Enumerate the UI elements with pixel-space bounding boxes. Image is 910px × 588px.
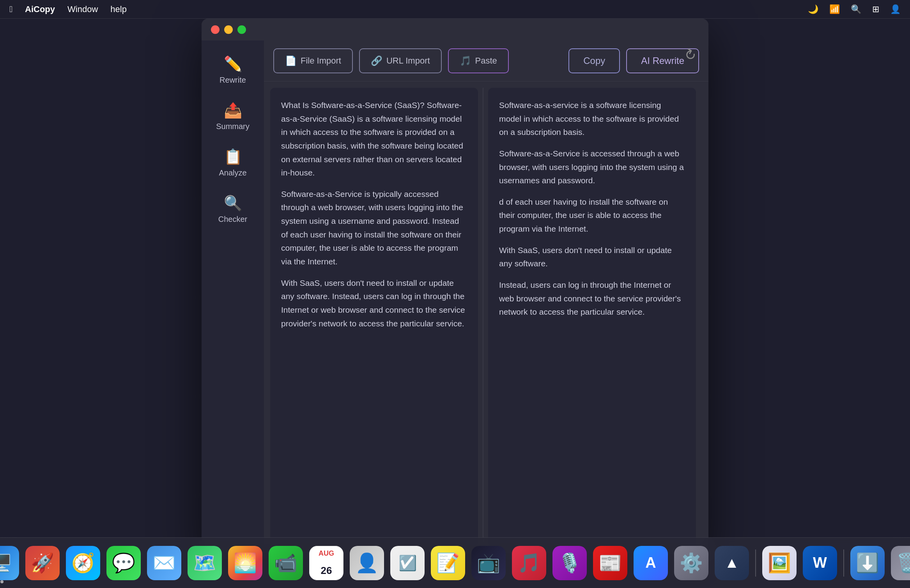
right-paragraph-2: Software-as-a-Service is accessed throug… bbox=[499, 147, 685, 188]
minimize-button[interactable] bbox=[224, 25, 233, 34]
moon-icon: 🌙 bbox=[808, 4, 818, 14]
dock-reminders[interactable]: ☑️ bbox=[390, 546, 425, 580]
left-text-panel[interactable]: What Is Software-as-a-Service (SaaS)? So… bbox=[270, 88, 478, 551]
menubar-right: 🌙 📶 🔍 ⊞ 👤 bbox=[808, 4, 901, 14]
dock-appstore[interactable]: A bbox=[634, 546, 668, 580]
safari-icon: 🧭 bbox=[71, 552, 95, 574]
sidebar-item-analyze[interactable]: 📋 Analyze bbox=[202, 142, 264, 184]
dock-facetime[interactable]: 📹 bbox=[269, 546, 303, 580]
right-paragraph-3: d of each user having to install the sof… bbox=[499, 195, 685, 236]
dock-finder[interactable]: 🖥️ bbox=[0, 546, 19, 580]
mail-icon: ✉️ bbox=[152, 552, 176, 574]
camo-icon: ▲ bbox=[724, 554, 739, 571]
sidebar-item-rewrite[interactable]: ✏️ Rewrite bbox=[202, 49, 264, 91]
apple-menu[interactable]:  bbox=[9, 4, 12, 14]
panel-divider bbox=[483, 88, 483, 551]
url-import-button[interactable]: 🔗 URL Import bbox=[359, 48, 442, 73]
notes-icon: 📝 bbox=[436, 552, 460, 574]
dock-separator bbox=[755, 549, 756, 577]
sidebar-label-checker: Checker bbox=[218, 215, 247, 224]
tv-icon: 📺 bbox=[477, 552, 500, 574]
search-icon[interactable]: 🔍 bbox=[851, 4, 861, 14]
dock-separator-2 bbox=[843, 549, 844, 577]
toolbar: 📄 File Import 🔗 URL Import 🎵 Paste Copy … bbox=[264, 41, 708, 81]
dock-webex[interactable]: W bbox=[803, 546, 837, 580]
link-icon: 🔗 bbox=[371, 55, 382, 66]
dock-downloads[interactable]: ⬇️ bbox=[850, 546, 885, 580]
dock-launchpad[interactable]: 🚀 bbox=[25, 546, 60, 580]
downloads-icon: ⬇️ bbox=[856, 552, 879, 574]
file-import-label: File Import bbox=[301, 56, 341, 66]
title-bar bbox=[202, 19, 708, 41]
podcasts-icon: 🎙️ bbox=[558, 552, 581, 574]
maximize-button[interactable] bbox=[237, 25, 246, 34]
calendar-date-label: 26 bbox=[321, 565, 332, 577]
left-paragraph-1: What Is Software-as-a-Service (SaaS)? So… bbox=[281, 99, 467, 180]
calendar-month-label: AUG bbox=[319, 549, 334, 558]
sidebar-label-summary: Summary bbox=[216, 122, 250, 131]
dock-messages[interactable]: 💬 bbox=[106, 546, 141, 580]
contacts-icon: 👤 bbox=[355, 552, 379, 574]
sidebar: ✏️ Rewrite 📤 Summary 📋 Analyze 🔍 Checker bbox=[202, 41, 264, 557]
paste-label: Paste bbox=[475, 56, 497, 66]
wifi-icon: 📶 bbox=[829, 4, 840, 14]
preview-icon: 🖼️ bbox=[768, 552, 791, 574]
copy-button[interactable]: Copy bbox=[568, 48, 620, 73]
file-icon: 📄 bbox=[285, 55, 297, 66]
dock-calendar[interactable]: AUG 26 bbox=[309, 546, 343, 580]
url-import-label: URL Import bbox=[386, 56, 430, 66]
menu-help[interactable]: help bbox=[110, 4, 127, 14]
sidebar-label-analyze: Analyze bbox=[219, 168, 246, 177]
launchpad-icon: 🚀 bbox=[31, 552, 54, 574]
right-paragraph-5: Instead, users can log in through the In… bbox=[499, 278, 685, 319]
dock-preview[interactable]: 🖼️ bbox=[762, 546, 797, 580]
webex-icon: W bbox=[813, 554, 827, 571]
dock-music[interactable]: 🎵 bbox=[512, 546, 546, 580]
paste-button[interactable]: 🎵 Paste bbox=[448, 48, 509, 73]
menubar:  AiCopy Window help 🌙 📶 🔍 ⊞ 👤 bbox=[0, 0, 910, 19]
finder-dot bbox=[0, 580, 4, 583]
dock: 🖥️ 🚀 🧭 💬 ✉️ 🗺️ 🌅 📹 AUG 26 👤 ☑️ 📝 📺 🎵 🎙️ bbox=[0, 537, 910, 588]
dock-maps[interactable]: 🗺️ bbox=[188, 546, 222, 580]
dock-podcasts[interactable]: 🎙️ bbox=[552, 546, 587, 580]
system-prefs-icon: ⚙️ bbox=[680, 552, 703, 574]
traffic-lights bbox=[211, 25, 246, 34]
main-content: 📄 File Import 🔗 URL Import 🎵 Paste Copy … bbox=[264, 41, 708, 557]
dock-notes[interactable]: 📝 bbox=[431, 546, 465, 580]
left-paragraph-3: With SaaS, users don't need to install o… bbox=[281, 276, 467, 331]
music-icon: 🎵 bbox=[517, 552, 541, 574]
dock-camo[interactable]: ▲ bbox=[715, 546, 749, 580]
right-text-panel[interactable]: Software-as-a-service is a software lice… bbox=[488, 88, 696, 551]
dock-news[interactable]: 📰 bbox=[593, 546, 627, 580]
dock-mail[interactable]: ✉️ bbox=[147, 546, 181, 580]
paste-icon: 🎵 bbox=[460, 55, 471, 66]
analyze-icon: 📋 bbox=[224, 148, 242, 165]
facetime-icon: 📹 bbox=[274, 552, 297, 574]
dock-trash[interactable]: 🗑️ bbox=[891, 546, 910, 580]
appstore-icon: A bbox=[645, 554, 656, 571]
trash-icon: 🗑️ bbox=[896, 552, 910, 574]
dock-contacts[interactable]: 👤 bbox=[350, 546, 384, 580]
reminders-icon: ☑️ bbox=[398, 554, 417, 572]
sidebar-item-summary[interactable]: 📤 Summary bbox=[202, 96, 264, 137]
summary-icon: 📤 bbox=[224, 102, 242, 119]
dock-photos[interactable]: 🌅 bbox=[228, 546, 262, 580]
control-center-icon[interactable]: ⊞ bbox=[872, 4, 879, 14]
left-paragraph-2: Software-as-a-Service is typically acces… bbox=[281, 188, 467, 269]
right-paragraph-4: With SaaS, users don't need to install o… bbox=[499, 244, 685, 271]
dock-safari[interactable]: 🧭 bbox=[66, 546, 100, 580]
file-import-button[interactable]: 📄 File Import bbox=[273, 48, 353, 73]
dock-system-prefs[interactable]: ⚙️ bbox=[674, 546, 708, 580]
finder-icon: 🖥️ bbox=[0, 553, 12, 572]
sidebar-label-rewrite: Rewrite bbox=[220, 76, 246, 85]
app-body: ✏️ Rewrite 📤 Summary 📋 Analyze 🔍 Checker… bbox=[202, 41, 708, 557]
right-paragraph-1: Software-as-a-service is a software lice… bbox=[499, 99, 685, 139]
app-name[interactable]: AiCopy bbox=[25, 4, 55, 14]
dock-tv[interactable]: 📺 bbox=[471, 546, 506, 580]
maps-icon: 🗺️ bbox=[193, 552, 216, 574]
menu-window[interactable]: Window bbox=[67, 4, 98, 14]
close-button[interactable] bbox=[211, 25, 220, 34]
user-icon: 👤 bbox=[890, 4, 901, 14]
sidebar-item-checker[interactable]: 🔍 Checker bbox=[202, 188, 264, 230]
photos-icon: 🌅 bbox=[234, 552, 257, 574]
